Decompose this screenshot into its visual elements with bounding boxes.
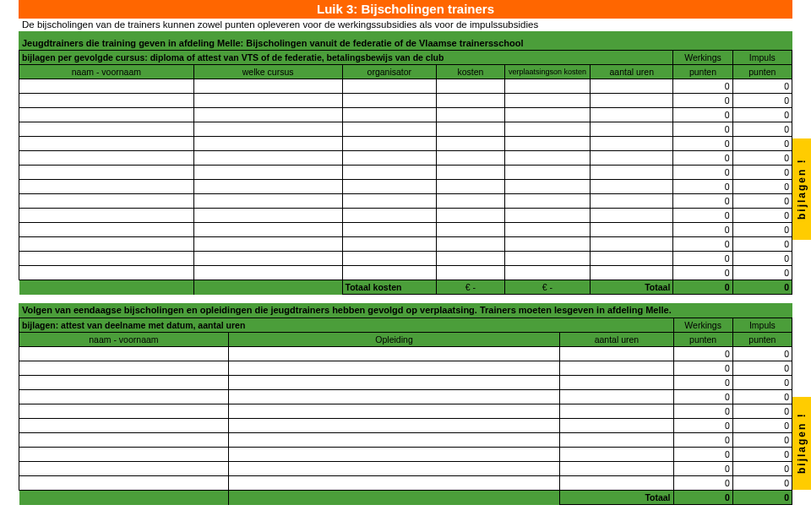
table-row: 00 [19,151,792,166]
table-row: 00 [19,462,792,476]
col-punten1: punten [673,65,732,79]
col-organisator: organisator [342,65,437,79]
table-row: 00 [19,419,792,433]
table-row: 00 [19,237,792,252]
total-label: Totaal [591,280,673,295]
table-row: 00 [19,122,792,137]
section2-werkings-head: Werkings [673,318,732,333]
col2-uren: aantal uren [560,333,673,347]
section2-heading: Volgen van eendaagse bijscholingen en op… [19,303,792,318]
total-k2: € - [504,280,590,295]
table-row: 00 [19,404,792,419]
table-row: 00 [19,347,792,361]
table-row: 00 [19,266,792,280]
table-row: 00 [19,166,792,180]
col2-opleiding: Opleiding [228,333,559,347]
table-row: 00 [19,361,792,376]
section2-table: bijlagen: attest van deelname met datum,… [19,318,792,505]
total-kosten-label: Totaal kosten [342,280,437,295]
col-uren: aantal uren [591,65,673,79]
total-k1: € - [437,280,505,295]
table-row: 00 [19,376,792,390]
section1-werkings-head: Werkings [673,51,732,65]
page-title: Luik 3: Bijscholingen trainers [317,2,494,16]
col-punten2: punten [732,65,792,79]
section2-total-p2: 0 [732,491,792,505]
total-p2: 0 [732,280,792,295]
section2-total-row: Totaal 0 0 [19,491,792,505]
col-verpl: verplaatsingson kosten [504,65,590,79]
page-subtitle: De bijscholingen van de trainers kunnen … [19,19,792,31]
section2-total-p1: 0 [673,491,732,505]
table-row: 00 [19,390,792,404]
section2-impuls-head: Impuls [732,318,792,333]
table-row: 00 [19,137,792,151]
section1-heading: Jeugdtrainers die training geven in afde… [19,36,792,50]
col-naam: naam - voornaam [19,65,194,79]
table-row: 00 [19,94,792,108]
bijlagen-strip-2: bijlagen ! [792,397,811,490]
section1-table: bijlagen per gevolgde cursus: diploma of… [19,50,792,295]
col-kosten: kosten [437,65,505,79]
col2-punten1: punten [673,333,732,347]
table-row: 00 [19,433,792,448]
table-row: 00 [19,79,792,94]
table-row: 00 [19,194,792,209]
table-row: 00 [19,108,792,122]
col-cursus: welke cursus [193,65,342,79]
table-row: 00 [19,209,792,223]
page-title-bar: Luik 3: Bijscholingen trainers [19,0,792,19]
section2-total-label: Totaal [560,491,673,505]
section2-bijlagen-note: bijlagen: attest van deelname met datum,… [19,318,674,333]
section1-bijlagen-note: bijlagen per gevolgde cursus: diploma of… [19,51,673,65]
bijlagen-strip-1: bijlagen ! [792,138,811,240]
total-p1: 0 [673,280,732,295]
col2-punten2: punten [732,333,792,347]
section1-impuls-head: Impuls [732,51,792,65]
table-row: 00 [19,448,792,462]
table-row: 00 [19,252,792,266]
table-row: 00 [19,180,792,194]
section1-total-row: Totaal kosten € - € - Totaal 0 0 [19,280,792,295]
table-row: 00 [19,476,792,491]
col2-naam: naam - voornaam [19,333,229,347]
table-row: 00 [19,223,792,237]
